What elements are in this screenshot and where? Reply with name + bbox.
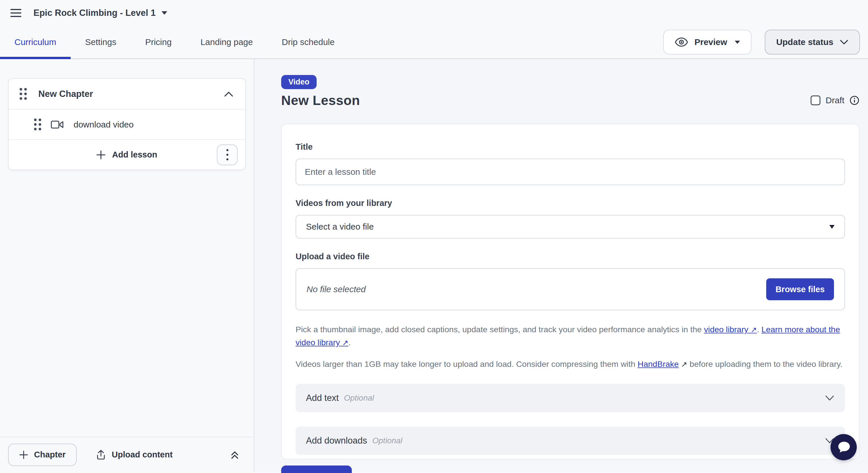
video-help-text: Pick a thumbnail image, add closed capti…	[296, 323, 845, 349]
save-lesson-button[interactable]: Save lesson	[281, 466, 352, 473]
lesson-title-input[interactable]	[296, 159, 845, 185]
update-status-button[interactable]: Update status	[765, 30, 860, 55]
chat-launcher-button[interactable]	[831, 434, 857, 460]
video-library-selected-value: Select a video file	[306, 222, 374, 231]
eye-icon	[675, 37, 688, 47]
upload-content-button[interactable]: Upload content	[96, 449, 173, 460]
chapter-card: New Chapter download video	[8, 78, 246, 170]
draft-toggle-group: Draft	[811, 95, 859, 108]
info-icon[interactable]	[849, 95, 859, 105]
upload-content-label: Upload content	[112, 450, 173, 460]
collapse-all-icon[interactable]	[229, 449, 241, 461]
add-lesson-label: Add lesson	[112, 150, 157, 159]
compression-help-text: Videos larger than 1GB may take longer t…	[296, 358, 845, 371]
curriculum-sidebar: New Chapter download video	[0, 59, 254, 472]
select-caret-icon	[829, 225, 835, 229]
file-upload-dropzone[interactable]: No file selected Browse files	[296, 268, 845, 310]
chevron-down-icon	[840, 39, 848, 45]
caret-down-icon	[735, 41, 740, 44]
add-text-optional: Optional	[344, 393, 374, 403]
drag-handle-icon[interactable]	[20, 88, 27, 100]
browse-files-button[interactable]: Browse files	[766, 278, 834, 300]
lesson-type-badge: Video	[281, 75, 317, 89]
lesson-title: download video	[73, 120, 134, 129]
library-field-label: Videos from your library	[296, 198, 845, 208]
preview-button[interactable]: Preview	[663, 30, 751, 55]
add-lesson-button[interactable]: Add lesson	[96, 150, 157, 160]
title-field-label: Title	[296, 142, 845, 152]
video-camera-icon	[51, 120, 64, 129]
no-file-text: No file selected	[307, 284, 366, 294]
plus-icon	[19, 450, 28, 460]
external-link-icon: ↗	[342, 338, 349, 347]
lesson-editor: Video New Lesson Draft Title Videos from…	[254, 59, 868, 472]
add-downloads-label: Add downloads	[306, 436, 367, 446]
lesson-row[interactable]: download video	[9, 109, 245, 139]
add-text-accordion[interactable]: Add text Optional	[296, 384, 845, 412]
lesson-form-card: Title Videos from your library Select a …	[281, 124, 859, 460]
top-bar: Epic Rock Climbing - Level 1	[0, 0, 868, 26]
sidebar-footer: Chapter Upload content	[0, 437, 254, 472]
video-library-link[interactable]: video library ↗	[704, 325, 757, 334]
chapter-options-button[interactable]	[217, 145, 238, 165]
draft-label: Draft	[826, 95, 844, 105]
hamburger-menu-icon[interactable]	[10, 9, 21, 17]
chat-bubble-icon	[837, 441, 851, 454]
handbrake-link[interactable]: HandBrake	[638, 359, 679, 369]
tab-drip-schedule[interactable]: Drip schedule	[267, 26, 349, 58]
chevron-up-icon[interactable]	[224, 91, 234, 97]
chevron-down-icon	[825, 395, 835, 401]
video-library-select[interactable]: Select a video file	[296, 215, 845, 239]
external-link-icon: ↗	[681, 360, 687, 369]
tab-landing-page[interactable]: Landing page	[186, 26, 267, 58]
add-chapter-label: Chapter	[34, 450, 66, 460]
kebab-menu-icon	[226, 149, 228, 160]
tab-bar: Curriculum Settings Pricing Landing page…	[0, 26, 868, 59]
chapter-header-row[interactable]: New Chapter	[9, 79, 245, 109]
add-chapter-button[interactable]: Chapter	[8, 444, 77, 466]
add-downloads-optional: Optional	[372, 436, 402, 445]
tab-settings[interactable]: Settings	[71, 26, 131, 58]
add-text-label: Add text	[306, 393, 339, 403]
external-link-icon: ↗	[751, 325, 757, 334]
caret-down-icon	[161, 11, 167, 15]
course-switcher[interactable]: Epic Rock Climbing - Level 1	[33, 8, 167, 18]
add-lesson-row: Add lesson	[9, 139, 245, 169]
plus-icon	[96, 150, 106, 160]
upload-field-label: Upload a video file	[296, 252, 845, 261]
add-downloads-accordion[interactable]: Add downloads Optional	[296, 427, 845, 455]
tab-pricing[interactable]: Pricing	[131, 26, 186, 58]
lesson-header: Video New Lesson Draft	[281, 75, 859, 108]
upload-icon	[96, 449, 106, 460]
page-title: New Lesson	[281, 93, 360, 108]
chapter-title: New Chapter	[38, 89, 93, 99]
drag-handle-icon[interactable]	[34, 119, 41, 130]
course-title: Epic Rock Climbing - Level 1	[33, 8, 156, 18]
preview-label: Preview	[694, 37, 727, 47]
draft-checkbox[interactable]	[811, 95, 820, 105]
update-status-label: Update status	[776, 37, 833, 47]
tab-curriculum[interactable]: Curriculum	[0, 26, 71, 58]
